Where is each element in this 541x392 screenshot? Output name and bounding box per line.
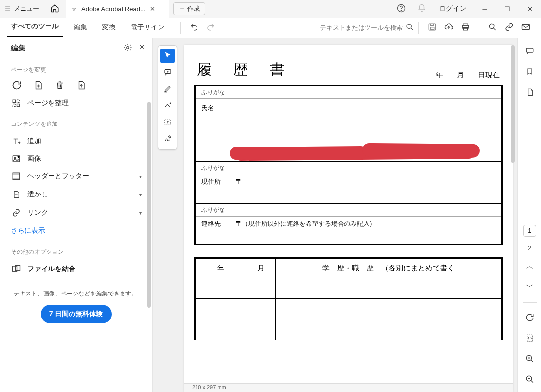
titlebar: ☰ メニュー ☆ Adobe Acrobat Read... ✕ ＋ 作成 ログ…: [0, 0, 541, 18]
tab-edit[interactable]: 編集: [70, 19, 91, 37]
show-more-link[interactable]: さらに表示: [0, 221, 152, 240]
share-link-button[interactable]: [501, 20, 517, 36]
login-button[interactable]: ログイン: [432, 4, 473, 13]
document-page[interactable]: 履 歴 書 年 月 日現在 ふりがな 氏名 年 月 日生 （満 歳）: [184, 45, 513, 392]
comments-panel-button[interactable]: [523, 45, 537, 59]
comment-icon: [525, 47, 534, 57]
sidebar-item-organize[interactable]: ページを整理: [0, 95, 152, 112]
rotate-icon: [12, 80, 22, 92]
cursor-icon: [164, 51, 172, 61]
page-size: 210 x 297 mm: [192, 384, 226, 392]
history-box: 年 月 学 歴・職 歴 （各別にまとめて書く: [194, 257, 503, 340]
extract-page-button[interactable]: [75, 80, 87, 92]
sidebar-item-image[interactable]: 画像: [0, 150, 152, 168]
main-area: 編集 ✕ ページを変更 ページを整理 コンテンツを追加 追加 画: [0, 38, 541, 392]
post-mark-1: 〒: [236, 177, 242, 200]
menu-button[interactable]: ☰ メニュー: [0, 0, 44, 18]
svg-rect-18: [13, 173, 20, 174]
sidebar-item-combine[interactable]: ファイルを結合: [0, 260, 152, 278]
mail-icon: [521, 23, 530, 33]
document-scrollbar[interactable]: [511, 45, 515, 163]
document-tab[interactable]: ☆ Adobe Acrobat Read... ✕: [66, 0, 169, 18]
email-button[interactable]: [517, 20, 534, 36]
svg-rect-14: [17, 104, 20, 107]
select-tool[interactable]: [160, 49, 175, 63]
notifications-button[interactable]: [412, 0, 432, 18]
status-bar: 210 x 297 mm: [184, 383, 513, 392]
search-box[interactable]: テキストまたはツールを検索: [320, 23, 414, 32]
chevron-up-icon: ︿: [526, 261, 534, 271]
page-icon: [526, 88, 534, 98]
settings-button[interactable]: [123, 43, 132, 53]
sign-tool[interactable]: [160, 132, 175, 147]
rotate-view-button[interactable]: [523, 312, 537, 325]
svg-rect-9: [522, 24, 530, 30]
close-panel-button[interactable]: ✕: [139, 43, 145, 53]
close-window-button[interactable]: ✕: [518, 0, 541, 18]
textbox-tool[interactable]: [160, 115, 175, 130]
chevron-down-icon: ﹀: [526, 282, 534, 292]
star-icon[interactable]: ☆: [70, 5, 78, 13]
furigana-2: ふりがな: [196, 162, 501, 174]
undo-button[interactable]: [186, 20, 202, 36]
thumbnails-panel-button[interactable]: [523, 86, 537, 100]
delete-page-button[interactable]: [54, 80, 66, 92]
sidebar-item-add-text[interactable]: 追加: [0, 132, 152, 150]
save-icon: [428, 23, 437, 33]
chevron-down-icon: ▾: [139, 192, 142, 197]
sidebar-item-link[interactable]: リンク ▾: [0, 204, 152, 221]
tab-convert[interactable]: 変換: [98, 19, 120, 37]
bell-icon: [418, 4, 426, 14]
comment-icon: [164, 68, 172, 77]
search-icon: [406, 23, 414, 32]
maximize-button[interactable]: ☐: [496, 0, 518, 18]
tab-close-icon[interactable]: ✕: [148, 5, 157, 13]
page-down-button[interactable]: ﹀: [523, 280, 537, 294]
trial-button[interactable]: 7 日間の無料体験: [41, 305, 112, 323]
hist-row: [196, 319, 501, 340]
tab-all-tools[interactable]: すべてのツール: [7, 18, 63, 37]
svg-point-10: [127, 46, 129, 49]
minimize-button[interactable]: ─: [473, 0, 496, 18]
right-rail: 1 2 ︿ ﹀: [517, 38, 541, 392]
home-button[interactable]: [44, 0, 66, 18]
help-button[interactable]: [391, 0, 412, 18]
save-button[interactable]: [424, 20, 441, 36]
tab-sign[interactable]: 電子サイン: [126, 19, 169, 37]
floating-toolbar: [158, 45, 177, 150]
zoom-out-button[interactable]: [523, 373, 537, 387]
ai-button[interactable]: [484, 20, 501, 36]
left-scrollbar[interactable]: [147, 102, 151, 308]
zoom-in-icon: [525, 354, 534, 365]
svg-point-1: [401, 10, 401, 10]
redo-icon: [206, 23, 215, 33]
redo-button[interactable]: [202, 20, 219, 36]
bookmarks-panel-button[interactable]: [523, 66, 537, 79]
maximize-icon: ☐: [504, 5, 510, 13]
page-up-button[interactable]: ︿: [523, 259, 537, 273]
comment-tool[interactable]: [160, 65, 175, 80]
sidebar-item-watermark[interactable]: 透かし ▾: [0, 185, 152, 204]
draw-tool[interactable]: [160, 98, 175, 113]
highlight-tool[interactable]: [160, 82, 175, 97]
left-panel: 編集 ✕ ページを変更 ページを整理 コンテンツを追加 追加 画: [0, 38, 153, 392]
create-button[interactable]: ＋ 作成: [173, 2, 205, 15]
name-row: 氏名: [196, 99, 501, 144]
sidebar-item-header-footer[interactable]: ヘッダーとフッター ▾: [0, 168, 152, 185]
organize-icon: [11, 99, 22, 108]
svg-rect-19: [13, 178, 20, 180]
current-page-indicator[interactable]: 1: [523, 225, 536, 237]
zoom-in-button[interactable]: [523, 353, 537, 367]
svg-rect-4: [430, 27, 434, 30]
cloud-button[interactable]: [441, 20, 457, 36]
fit-page-button[interactable]: [523, 332, 537, 346]
rotate-button[interactable]: [11, 80, 23, 92]
contact-note: （現住所以外に連絡を希望する場合のみ記入）: [242, 220, 376, 241]
minimize-icon: ─: [482, 5, 487, 13]
trash-icon: [55, 80, 64, 92]
page-insert-icon: [34, 80, 43, 92]
gear-icon: [123, 46, 132, 53]
insert-page-button[interactable]: [32, 80, 44, 92]
print-button[interactable]: [457, 20, 474, 36]
undo-icon: [190, 23, 198, 33]
